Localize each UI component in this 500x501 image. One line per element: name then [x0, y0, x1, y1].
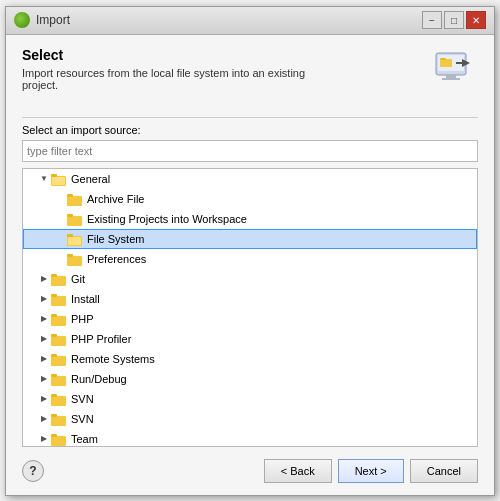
svg-rect-17 [68, 237, 81, 245]
svg-rect-12 [67, 194, 73, 197]
maximize-button[interactable]: □ [444, 11, 464, 29]
label-file-system: File System [87, 233, 144, 245]
svg-rect-6 [440, 59, 452, 67]
arrow-svn1 [39, 394, 49, 404]
label-general: General [71, 173, 110, 185]
svg-rect-33 [51, 394, 57, 397]
import-icon [430, 47, 478, 87]
svg-rect-7 [440, 58, 446, 60]
tree-item-general[interactable]: General [23, 169, 477, 189]
tree-item-existing-projects[interactable]: Existing Projects into Workspace [23, 209, 477, 229]
arrow-php [39, 314, 49, 324]
folder-icon-svn1 [51, 392, 67, 406]
tree-item-svn1[interactable]: SVN [23, 389, 477, 409]
arrow-preferences [55, 254, 65, 264]
arrow-archive [55, 194, 65, 204]
help-button[interactable]: ? [22, 460, 44, 482]
folder-icon-general [51, 172, 67, 186]
svg-rect-19 [67, 254, 73, 257]
svg-rect-25 [51, 314, 57, 317]
titlebar-left: Import [14, 12, 70, 28]
tree-item-archive-file[interactable]: Archive File [23, 189, 477, 209]
svg-rect-11 [67, 196, 82, 206]
arrow-team [39, 434, 49, 444]
app-icon [14, 12, 30, 28]
header-text: Select Import resources from the local f… [22, 47, 430, 101]
svg-rect-20 [51, 276, 66, 286]
filter-input[interactable] [22, 140, 478, 162]
label-svn2: SVN [71, 413, 94, 425]
window-title: Import [36, 13, 70, 27]
dialog-footer: ? < Back Next > Cancel [22, 455, 478, 487]
import-dialog: Import − □ ✕ Select Import resources fro… [5, 6, 495, 496]
section-title: Select [22, 47, 430, 63]
divider [22, 117, 478, 118]
svg-rect-16 [67, 234, 73, 237]
label-archive-file: Archive File [87, 193, 144, 205]
label-team: Team [71, 433, 98, 445]
svg-rect-37 [51, 434, 57, 437]
folder-icon-install [51, 292, 67, 306]
label-svn1: SVN [71, 393, 94, 405]
svg-rect-27 [51, 334, 57, 337]
tree-item-run-debug[interactable]: Run/Debug [23, 369, 477, 389]
svg-rect-35 [51, 414, 57, 417]
cancel-button[interactable]: Cancel [410, 459, 478, 483]
svg-rect-2 [446, 75, 456, 78]
tree-item-team[interactable]: Team [23, 429, 477, 447]
arrow-run-debug [39, 374, 49, 384]
svg-rect-23 [51, 294, 57, 297]
back-button[interactable]: < Back [264, 459, 332, 483]
folder-icon-team [51, 432, 67, 446]
svg-rect-18 [67, 256, 82, 266]
label-php-profiler: PHP Profiler [71, 333, 131, 345]
tree-item-php[interactable]: PHP [23, 309, 477, 329]
window-controls: − □ ✕ [422, 11, 486, 29]
tree-item-svn2[interactable]: SVN [23, 409, 477, 429]
minimize-button[interactable]: − [422, 11, 442, 29]
tree-item-php-profiler[interactable]: PHP Profiler [23, 329, 477, 349]
tree-item-remote-systems[interactable]: Remote Systems [23, 349, 477, 369]
svg-rect-30 [51, 376, 66, 386]
svg-rect-31 [51, 374, 57, 377]
label-git: Git [71, 273, 85, 285]
folder-icon-php-profiler [51, 332, 67, 346]
arrow-svn2 [39, 414, 49, 424]
header-row: Select Import resources from the local f… [22, 47, 478, 101]
folder-icon-remote [51, 352, 67, 366]
section-description: Import resources from the local file sys… [22, 67, 342, 91]
folder-icon-run-debug [51, 372, 67, 386]
dialog-content: Select Import resources from the local f… [6, 35, 494, 495]
svg-rect-14 [67, 214, 73, 217]
arrow-filesystem [55, 234, 65, 244]
arrow-general [39, 174, 49, 184]
tree-container[interactable]: General Archive File [22, 168, 478, 447]
arrow-existing [55, 214, 65, 224]
label-php: PHP [71, 313, 94, 325]
svg-rect-26 [51, 336, 66, 346]
folder-icon-archive [67, 192, 83, 206]
svg-rect-21 [51, 274, 57, 277]
folder-icon-filesystem [67, 232, 83, 246]
label-existing-projects: Existing Projects into Workspace [87, 213, 247, 225]
tree-item-file-system[interactable]: File System [23, 229, 477, 249]
source-label: Select an import source: [22, 124, 478, 136]
tree-item-preferences[interactable]: Preferences [23, 249, 477, 269]
svg-rect-13 [67, 216, 82, 226]
next-button[interactable]: Next > [338, 459, 404, 483]
tree-item-install[interactable]: Install [23, 289, 477, 309]
arrow-php-profiler [39, 334, 49, 344]
tree-item-git[interactable]: Git [23, 269, 477, 289]
svg-rect-9 [51, 174, 57, 177]
folder-icon-preferences [67, 252, 83, 266]
arrow-remote [39, 354, 49, 364]
arrow-git [39, 274, 49, 284]
label-remote-systems: Remote Systems [71, 353, 155, 365]
folder-icon-existing [67, 212, 83, 226]
folder-icon-git [51, 272, 67, 286]
footer-buttons: < Back Next > Cancel [264, 459, 478, 483]
folder-icon-php [51, 312, 67, 326]
svg-rect-3 [442, 78, 460, 80]
svg-rect-28 [51, 356, 66, 366]
close-button[interactable]: ✕ [466, 11, 486, 29]
